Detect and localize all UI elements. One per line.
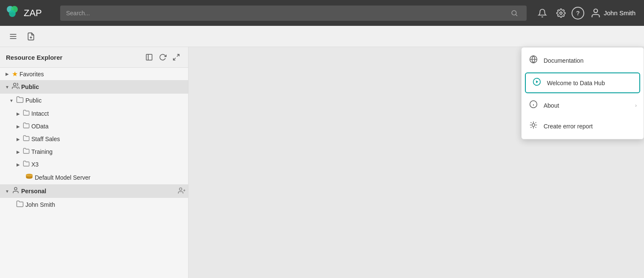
training-folder-icon [23, 147, 30, 156]
svg-marker-25 [536, 81, 538, 83]
sidebar-header: Resource Explorer [0, 47, 188, 68]
favorites-star-icon: ★ [12, 70, 18, 78]
zap-logo [5, 4, 20, 22]
public-arrow: ▼ [4, 85, 10, 89]
user-area[interactable]: John Smith [587, 5, 639, 21]
staff-sales-folder-icon [23, 135, 30, 143]
public-group-icon [12, 82, 19, 92]
svg-line-4 [516, 14, 517, 16]
about-label: About [544, 102, 630, 109]
personal-user-icon [12, 186, 19, 196]
sidebar-item-training[interactable]: ▶ Training [0, 145, 188, 158]
expand-button[interactable] [170, 51, 182, 63]
favorites-label: Favorites [19, 71, 186, 78]
public-header-label: Public [21, 83, 186, 90]
nav-icons: ? John Smith [534, 5, 639, 21]
john-smith-label: John Smith [25, 201, 186, 208]
odata-arrow: ▶ [15, 124, 21, 129]
play-icon [532, 78, 542, 88]
public-folder-label: Public [25, 97, 186, 104]
odata-folder-icon [23, 122, 30, 131]
sidebar-item-intacct[interactable]: ▶ Intacct [0, 107, 188, 120]
public-folder-arrow: ▼ [8, 98, 14, 103]
sidebar-item-staff-sales[interactable]: ▶ Staff Sales [0, 133, 188, 145]
dms-stack-icon [25, 173, 33, 182]
svg-point-5 [560, 12, 562, 14]
personal-add-user-icon[interactable] [178, 187, 186, 196]
new-document-button[interactable] [24, 29, 38, 44]
menu-item-create-error-report[interactable]: Create error report [522, 116, 644, 136]
svg-point-16 [14, 83, 16, 86]
personal-arrow: ▼ [4, 189, 10, 194]
favorites-arrow: ▶ [4, 72, 10, 76]
settings-button[interactable] [553, 5, 569, 21]
john-smith-folder-icon [16, 200, 24, 209]
personal-header-label: Personal [21, 188, 176, 195]
training-label: Training [31, 148, 186, 155]
sidebar-item-x3[interactable]: ▶ X3 [0, 158, 188, 171]
training-arrow: ▶ [15, 150, 21, 154]
menu-item-about[interactable]: About › [522, 95, 644, 116]
sidebar-item-personal-header[interactable]: ▼ Personal [0, 184, 188, 198]
globe-icon [528, 55, 539, 66]
menu-button[interactable] [6, 29, 20, 44]
menu-item-documentation[interactable]: Documentation [522, 50, 644, 71]
public-folder-icon [16, 96, 24, 105]
sidebar: Resource Explorer [0, 47, 189, 278]
collapse-button[interactable] [143, 51, 155, 63]
svg-point-19 [179, 188, 182, 190]
main-layout: Resource Explorer [0, 47, 644, 278]
intacct-arrow: ▶ [15, 111, 21, 116]
svg-point-3 [512, 11, 516, 15]
svg-rect-12 [146, 54, 152, 60]
refresh-button[interactable] [157, 51, 169, 63]
staff-sales-arrow: ▶ [15, 137, 21, 142]
svg-point-2 [9, 10, 16, 17]
x3-folder-icon [23, 160, 30, 169]
sidebar-item-favorites[interactable]: ▶ ★ Favorites [0, 68, 188, 80]
svg-point-18 [14, 187, 17, 190]
toolbar [0, 26, 644, 47]
sidebar-title: Resource Explorer [6, 54, 62, 61]
svg-line-14 [177, 54, 179, 56]
svg-point-17 [26, 174, 33, 176]
intacct-label: Intacct [31, 110, 186, 117]
sidebar-header-icons [143, 51, 182, 63]
odata-label: OData [31, 123, 186, 130]
logo-area: ZAP [5, 4, 56, 22]
user-name: John Smith [604, 9, 636, 17]
sidebar-item-public-header[interactable]: ▼ Public [0, 80, 188, 94]
info-icon [528, 100, 539, 111]
staff-sales-label: Staff Sales [31, 136, 186, 142]
sidebar-item-john-smith[interactable]: ▶ John Smith [0, 198, 188, 211]
search-bar [60, 6, 527, 21]
app-title: ZAP [24, 8, 42, 19]
svg-point-6 [594, 9, 598, 13]
content-area: Documentation Welcome to Data Hub [189, 47, 644, 278]
notifications-button[interactable] [534, 5, 550, 21]
search-button[interactable] [506, 5, 522, 21]
sidebar-item-default-model-server[interactable]: Default Model Server [0, 171, 188, 184]
menu-item-welcome[interactable]: Welcome to Data Hub [525, 72, 640, 93]
bug-icon [528, 121, 539, 131]
create-error-report-label: Create error report [544, 123, 637, 130]
about-chevron-icon: › [635, 102, 637, 108]
documentation-label: Documentation [544, 57, 637, 64]
sidebar-item-public-folder[interactable]: ▼ Public [0, 94, 188, 107]
help-dropdown-menu: Documentation Welcome to Data Hub [521, 47, 644, 139]
svg-line-31 [536, 122, 536, 123]
svg-point-29 [532, 124, 535, 127]
topnav: ZAP ? John Smith [0, 0, 644, 26]
welcome-label: Welcome to Data Hub [547, 80, 633, 86]
x3-arrow: ▶ [15, 162, 21, 167]
search-input[interactable] [66, 10, 506, 17]
dms-label: Default Model Server [35, 174, 186, 181]
help-button[interactable]: ? [572, 7, 584, 19]
svg-line-15 [173, 58, 175, 60]
sidebar-item-odata[interactable]: ▶ OData [0, 120, 188, 133]
x3-label: X3 [31, 161, 186, 168]
svg-line-30 [531, 122, 532, 123]
intacct-folder-icon [23, 109, 30, 118]
